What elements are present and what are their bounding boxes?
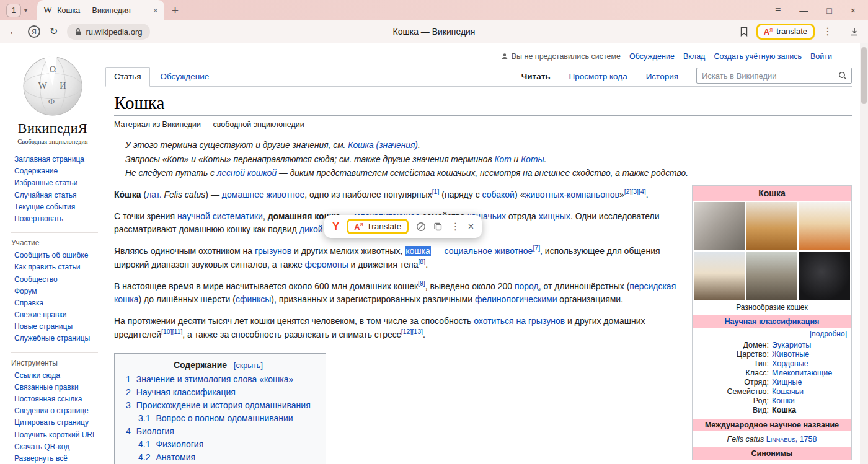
- sidebar-link[interactable]: Новые страницы: [14, 322, 73, 331]
- disable-translation-icon[interactable]: [416, 222, 426, 232]
- tab-close-icon[interactable]: ×: [153, 6, 158, 15]
- tab-read[interactable]: Читать: [513, 68, 559, 86]
- tab-discussion[interactable]: Обсуждение: [153, 68, 218, 86]
- search-icon[interactable]: [838, 71, 847, 80]
- toc-link[interactable]: 1Значение и этимология слова «кошка»: [126, 374, 311, 384]
- sidebar-link[interactable]: Скачать QR-код: [14, 442, 69, 452]
- reference-link[interactable]: [2][3][4]: [624, 188, 646, 195]
- toc-link[interactable]: 4.2Анатомия: [138, 452, 311, 462]
- popup-translate-button[interactable]: Aя Translate: [347, 219, 409, 234]
- maximize-icon[interactable]: □: [826, 6, 831, 15]
- bookmark-icon[interactable]: [740, 27, 748, 37]
- wiki-link[interactable]: животных-компаньонов: [525, 190, 619, 199]
- sidebar-link[interactable]: Цитировать страницу: [14, 418, 89, 427]
- cat-photo-3[interactable]: [799, 202, 850, 250]
- sidebar-link[interactable]: Свежие правки: [14, 310, 66, 320]
- tab-view-source[interactable]: Просмотр кода: [561, 68, 636, 86]
- new-tab-button[interactable]: +: [172, 4, 179, 17]
- cat-photo-2[interactable]: [746, 202, 798, 250]
- wiki-link[interactable]: социальное животное: [445, 246, 533, 256]
- reference-link[interactable]: [12][13]: [401, 328, 423, 335]
- popup-close-icon[interactable]: ×: [467, 221, 474, 233]
- sidebar-link[interactable]: Сведения о странице: [14, 406, 89, 416]
- reference-link[interactable]: [1]: [432, 188, 440, 195]
- scrollbar-thumb[interactable]: [861, 47, 867, 104]
- minimize-icon[interactable]: —: [799, 6, 808, 15]
- wikipedia-logo[interactable]: Ω W И Ф ВикипедиЯ Свободная энциклопедия: [0, 53, 105, 145]
- toc-link[interactable]: 2Научная классификация: [126, 387, 311, 397]
- tabs-dropdown-icon[interactable]: ▾: [24, 7, 27, 14]
- back-icon[interactable]: ←: [9, 27, 19, 37]
- cat-photo-4[interactable]: [694, 252, 745, 300]
- yandex-button-icon[interactable]: Я: [28, 25, 40, 38]
- sidebar-link[interactable]: Ссылки сюда: [14, 370, 60, 380]
- wiki-link[interactable]: пород: [515, 281, 539, 291]
- reload-icon[interactable]: ↻: [50, 27, 58, 37]
- taxonomy-value-link[interactable]: Кошачьи: [772, 387, 804, 396]
- sidebar-link[interactable]: Развернуть всё: [14, 453, 68, 463]
- wiki-link[interactable]: феромоны: [305, 260, 348, 269]
- wiki-link[interactable]: Кот: [494, 155, 511, 164]
- taxonomy-value-link[interactable]: Хордовые: [772, 359, 808, 368]
- wiki-link[interactable]: грызунов: [255, 246, 291, 256]
- sidebar-link[interactable]: Получить короткий URL: [14, 430, 97, 440]
- reference-link[interactable]: [7]: [533, 244, 540, 252]
- wiki-search-input[interactable]: [697, 68, 838, 83]
- wiki-link[interactable]: фелинологическими: [475, 294, 557, 304]
- reference-link[interactable]: [8]: [418, 258, 425, 265]
- sidebar-link[interactable]: Связанные правки: [14, 382, 79, 392]
- popup-more-icon[interactable]: ⋮: [450, 221, 460, 232]
- classification-header-link[interactable]: Научная классификация: [693, 315, 851, 328]
- toc-link[interactable]: 4Биология: [126, 426, 311, 436]
- sidebar-link[interactable]: Справка: [14, 298, 43, 308]
- cat-photo-6[interactable]: [799, 252, 850, 300]
- cat-photo-5[interactable]: [746, 252, 798, 300]
- wiki-link[interactable]: Коты: [521, 155, 544, 164]
- wiki-link[interactable]: сфинксы: [236, 294, 271, 304]
- menu-icon[interactable]: ≡: [775, 5, 781, 16]
- sidebar-link[interactable]: Постоянная ссылка: [14, 394, 82, 404]
- wiki-link[interactable]: домашнее животное: [222, 190, 304, 199]
- tab-counter[interactable]: 1: [6, 4, 21, 17]
- wiki-link[interactable]: собакой: [482, 190, 515, 199]
- reference-link[interactable]: [10][11]: [161, 328, 182, 335]
- taxonomy-value-link[interactable]: Кошки: [772, 396, 795, 405]
- author-link[interactable]: Linnaeus: [766, 435, 795, 444]
- taxonomy-value-link[interactable]: Хищные: [772, 378, 802, 387]
- wiki-link[interactable]: Кошка (значения): [348, 141, 418, 150]
- browser-tab[interactable]: W Кошка — Википедия ×: [37, 0, 164, 20]
- taxonomy-value-link[interactable]: Животные: [772, 350, 809, 359]
- details-link[interactable]: [подробно]: [810, 330, 847, 338]
- taxonomy-value-link[interactable]: Млекопитающие: [772, 369, 832, 377]
- address-bar[interactable]: ru.wikipedia.org: [67, 24, 150, 40]
- wiki-link[interactable]: научной систематики: [177, 211, 263, 221]
- sidebar-link[interactable]: Содержание: [14, 166, 58, 176]
- close-window-icon[interactable]: ×: [851, 6, 856, 15]
- tab-article[interactable]: Статья: [105, 67, 150, 87]
- reference-link[interactable]: [9]: [418, 279, 425, 287]
- sidebar-link[interactable]: Пожертвовать: [14, 214, 63, 224]
- sidebar-link[interactable]: Заглавная страница: [14, 154, 84, 164]
- sidebar-link[interactable]: Сообщить об ошибке: [14, 250, 88, 260]
- sidebar-link[interactable]: Случайная статья: [14, 190, 76, 200]
- toc-link[interactable]: 4.1Физиология: [138, 439, 311, 449]
- user-link[interactable]: Вклад: [683, 52, 706, 61]
- user-link[interactable]: Создать учётную запись: [714, 52, 802, 61]
- toc-link[interactable]: 3.1Вопрос о полном одомашнивании: [138, 413, 311, 423]
- wiki-link[interactable]: охотиться на грызунов: [474, 316, 565, 326]
- toc-hide-link[interactable]: [скрыть]: [234, 361, 263, 370]
- sidebar-link[interactable]: Сообщество: [14, 274, 58, 284]
- sidebar-link[interactable]: Избранные статьи: [14, 178, 78, 188]
- sidebar-link[interactable]: Служебные страницы: [14, 333, 90, 343]
- sidebar-link[interactable]: Текущие события: [14, 202, 75, 212]
- download-icon[interactable]: [849, 27, 859, 37]
- copy-icon[interactable]: [433, 222, 443, 231]
- tab-history[interactable]: История: [638, 68, 686, 86]
- sidebar-link[interactable]: Как править статьи: [14, 262, 80, 272]
- user-link[interactable]: Обсуждение: [629, 52, 675, 61]
- taxonomy-value-link[interactable]: Эукариоты: [772, 341, 811, 349]
- wiki-search-box[interactable]: [696, 68, 852, 84]
- wiki-link[interactable]: хищных: [539, 211, 570, 221]
- wiki-link[interactable]: лат.: [146, 190, 161, 199]
- toolbar-more-icon[interactable]: ⋮: [823, 25, 833, 37]
